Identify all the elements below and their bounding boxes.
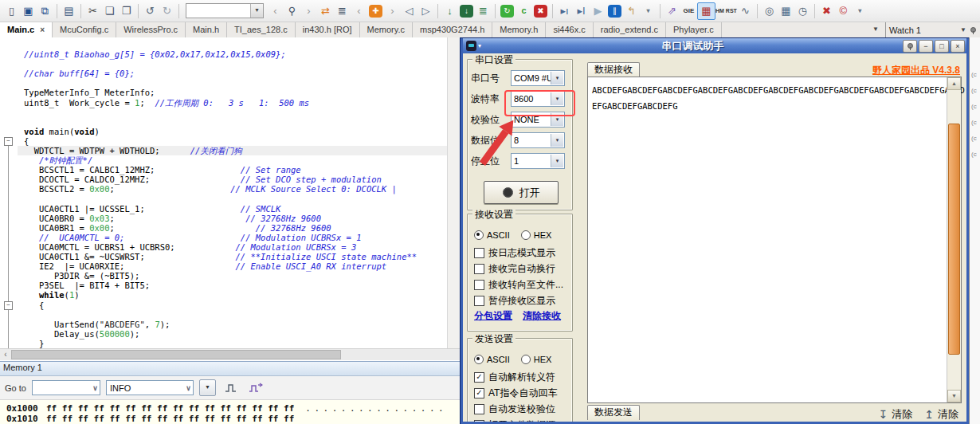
clear-send-icon[interactable]: ↥	[924, 408, 934, 421]
chevron-down-icon[interactable]: ▾	[250, 4, 263, 18]
step-into-icon[interactable]: ▸ı	[556, 3, 573, 19]
scrollbar-thumb[interactable]	[948, 124, 960, 355]
scroll-left-icon[interactable]: ‹	[0, 349, 11, 360]
databits-select[interactable]: 8▾	[511, 132, 565, 148]
download-icon[interactable]: ↓	[441, 3, 458, 19]
fold-collapse-icon[interactable]: −	[4, 301, 13, 310]
undo-icon[interactable]: ↺	[142, 3, 159, 19]
coverage-icon[interactable]: ©	[835, 3, 852, 19]
new-file-icon[interactable]: ▯	[3, 3, 20, 19]
clear-receive-link[interactable]: 清除接收	[523, 309, 561, 323]
pin-icon[interactable]	[970, 26, 977, 33]
search-icon[interactable]: ⚲	[284, 3, 300, 19]
chevron-down-icon[interactable]: ▾	[551, 155, 563, 167]
debug-without-download-icon[interactable]: ≣	[475, 3, 492, 19]
receive-data-area[interactable]: ABCDEFGABCDEFGABCDEFGABCDEFGABCDEFGABCDE…	[587, 77, 962, 403]
memory-options-button[interactable]: ▼	[199, 379, 216, 396]
pin-button[interactable]	[903, 40, 917, 53]
clear-receive-button[interactable]: 清除	[892, 407, 912, 422]
memory-hex-view[interactable]: 0x1000ff ff ff ff ff ff ff ff ff ff ff f…	[0, 400, 461, 424]
ascii-radio[interactable]: ASCII	[474, 230, 510, 240]
serial-window-titlebar[interactable]: ▾ 串口调试助手 − □ ×	[463, 38, 966, 53]
pause-display-checkbox[interactable]: 暂停接收区显示	[474, 292, 570, 308]
tab-overflow-icon[interactable]: ▼	[866, 22, 885, 37]
cpu-core-icon[interactable]: ◎	[761, 3, 778, 19]
tab-main-c[interactable]: Main.c×	[0, 22, 53, 37]
tab-si446x-c[interactable]: si446x.c	[546, 22, 593, 37]
toolbar-overflow-icon[interactable]: ▾	[852, 3, 868, 19]
stopbits-select[interactable]: 1▾	[511, 153, 565, 169]
next-bookmark-icon[interactable]: ›	[384, 3, 401, 19]
ascii-radio[interactable]: ASCII	[474, 355, 510, 364]
live-update-icon[interactable]	[221, 380, 241, 396]
copy-icon[interactable]: ❏	[101, 3, 118, 19]
goto-definition-icon[interactable]: ≣	[334, 3, 351, 19]
packet-settings-link[interactable]: 分包设置	[474, 309, 512, 323]
redirect-to-file-checkbox[interactable]: 接收转向至文件...	[474, 277, 570, 292]
maximize-button[interactable]: □	[935, 40, 949, 53]
clear-breakpoints-icon[interactable]: ✖	[818, 3, 835, 19]
parse-escape-checkbox[interactable]: ✓自动解析转义符	[474, 369, 570, 385]
find-previous-icon[interactable]: ‹	[267, 3, 284, 19]
make-icon[interactable]: ↻	[500, 5, 514, 18]
cut-icon[interactable]: ✂	[84, 3, 101, 19]
next-file-icon[interactable]: ▷	[417, 3, 434, 19]
receive-scrollbar[interactable]: ▲ ▼	[947, 77, 961, 402]
hex-radio[interactable]: HEX	[521, 355, 552, 364]
close-button[interactable]: ×	[951, 40, 965, 53]
interrupt-log-icon[interactable]: ▦	[697, 2, 715, 20]
tab-memory-c[interactable]: Memory.c	[360, 22, 413, 37]
break-icon[interactable]: ∥	[608, 5, 621, 18]
brand-link[interactable]: 野人家园出品 V4.3.8	[872, 64, 960, 77]
download-and-debug-icon[interactable]: ↓	[460, 5, 473, 18]
profiling-icon[interactable]: ⇗	[664, 3, 680, 19]
open-port-button[interactable]: 打开	[484, 181, 559, 204]
tab-msp430g2744-h[interactable]: msp430G2744.h	[413, 22, 492, 37]
app-icon[interactable]	[466, 41, 476, 51]
print-icon[interactable]: ▤	[61, 3, 77, 19]
chevron-down-icon[interactable]: ∨	[186, 381, 191, 395]
scroll-down-icon[interactable]: ▼	[947, 390, 961, 402]
tab-wirelesspro-c[interactable]: WirelessPro.c	[116, 22, 186, 37]
quick-search-combo[interactable]: ▾	[186, 3, 264, 18]
save-icon[interactable]: ▣	[20, 3, 37, 19]
gie-toggle-icon[interactable]: GIE	[680, 3, 697, 19]
editor-horizontal-scrollbar[interactable]: ‹	[0, 348, 461, 360]
clear-send-button[interactable]: 清除	[938, 407, 958, 422]
reset-options-icon[interactable]: ▾	[640, 3, 657, 19]
chevron-down-icon[interactable]: ▾	[551, 134, 563, 147]
navigate-swap-icon[interactable]: ⇄	[317, 3, 334, 19]
fold-collapse-icon[interactable]: −	[4, 137, 13, 146]
step-over-icon[interactable]: ▸I	[573, 3, 590, 19]
scrollbar-thumb[interactable]	[11, 350, 341, 359]
timeline-icon[interactable]: ◷	[794, 3, 811, 19]
save-all-icon[interactable]: ⧉	[37, 3, 53, 19]
memory-zone-combo[interactable]: INFO ∨	[106, 380, 194, 395]
memory-trace-icon[interactable]	[246, 380, 265, 396]
chevron-down-icon[interactable]: ∨	[92, 381, 98, 395]
run-icon[interactable]: ▶	[590, 3, 606, 19]
file-data-source-checkbox[interactable]: 打开文件数据源	[474, 417, 570, 424]
tab-phylayer-c[interactable]: Phylayer.c	[666, 22, 722, 37]
tab-main-h[interactable]: Main.h	[186, 22, 227, 37]
chevron-down-icon[interactable]: ▾	[478, 42, 481, 49]
code-editor[interactable]: −− //uint8_t Biaohao_g[5] = {0x02,0x17,0…	[0, 37, 461, 361]
at-auto-enter-checkbox[interactable]: ✓AT指令自动回车	[474, 385, 570, 401]
hm-rst-icon[interactable]: HM RST	[715, 3, 737, 19]
reset-icon[interactable]: ↰	[623, 3, 640, 19]
receive-data-tab[interactable]: 数据接收	[587, 62, 640, 77]
paste-icon[interactable]: ❐	[118, 3, 135, 19]
power-log-icon[interactable]: ∿	[737, 3, 754, 19]
hex-radio[interactable]: HEX	[521, 230, 552, 240]
scroll-up-icon[interactable]: ▲	[947, 77, 961, 90]
tab-ti-aes-128-c[interactable]: TI_aes_128.c	[227, 22, 296, 37]
auto-checksum-checkbox[interactable]: 自动发送校验位	[474, 401, 570, 417]
register-window-icon[interactable]: ▦	[778, 3, 794, 19]
port-select[interactable]: COM9 #US▾	[511, 70, 565, 86]
close-tab-icon[interactable]: ×	[40, 26, 45, 34]
compile-icon[interactable]: c	[515, 3, 532, 19]
goto-address-combo[interactable]: ∨	[32, 380, 100, 395]
tab-radio-extend-c[interactable]: radio_extend.c	[594, 22, 666, 37]
previous-file-icon[interactable]: ◁	[401, 3, 417, 19]
tab-in430-h-ro[interactable]: in430.h [RO]	[296, 22, 360, 37]
